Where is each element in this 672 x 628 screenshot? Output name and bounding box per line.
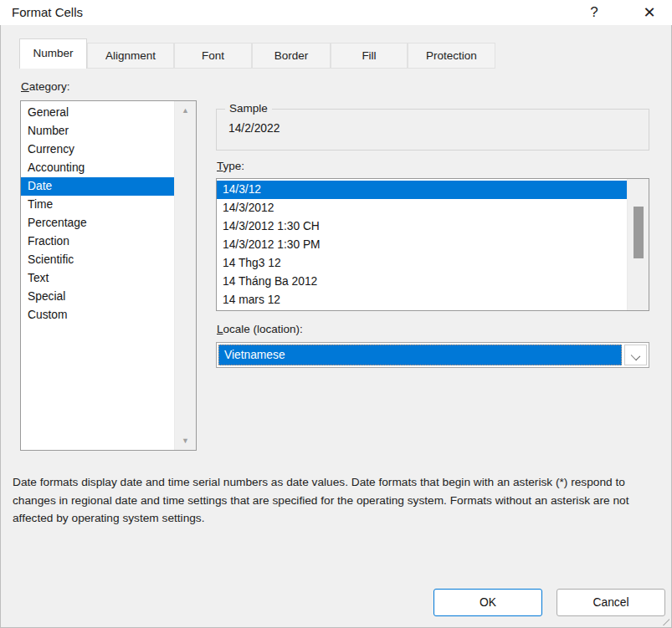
category-list-item[interactable]: Special [21,288,174,306]
ok-button[interactable]: OK [433,589,542,616]
locale-dropdown-button[interactable] [624,345,647,365]
type-list-item[interactable]: 14 Tháng Ba 2012 [217,273,627,291]
cancel-button[interactable]: Cancel [557,589,665,616]
category-list-item[interactable]: Percentage [21,214,174,232]
category-listbox[interactable]: GeneralNumberCurrencyAccountingDateTimeP… [20,100,197,451]
sample-value: 14/2/2022 [228,122,280,135]
dialog-title: Format Cells [12,0,83,25]
help-icon[interactable]: ? [580,0,608,25]
tab[interactable]: Alignment [87,43,174,69]
category-list-item[interactable]: Date [21,177,174,196]
scroll-down-icon[interactable]: ▼ [175,433,196,448]
category-list-item[interactable]: Number [21,122,174,140]
scroll-up-icon[interactable]: ▲ [175,103,196,118]
resize-grip[interactable] [660,616,669,625]
category-list-item[interactable]: General [21,104,174,122]
sample-groupbox: Sample 14/2/2022 [216,109,649,151]
close-icon[interactable]: ✕ [635,0,664,25]
tab-strip: NumberAlignmentFontBorderFillProtection [19,38,495,69]
category-list-item[interactable]: Scientific [21,251,174,269]
type-list-item[interactable]: 14/3/2012 [217,199,627,217]
tab[interactable]: Protection [408,43,495,69]
sample-label: Sample [225,102,272,115]
chevron-down-icon [631,351,640,360]
tab[interactable]: Font [174,43,252,69]
category-list-item[interactable]: Accounting [21,159,174,177]
category-scrollbar[interactable]: ▲ ▼ [174,101,196,450]
category-label: Category: [21,80,70,93]
type-list-item[interactable]: 14/3/2012 1:30 CH [217,217,627,236]
type-listbox[interactable]: 14/3/1214/3/201214/3/2012 1:30 CH14/3/20… [216,178,649,311]
category-description: Date formats display date and time seria… [13,473,661,528]
category-list-item[interactable]: Text [21,269,174,288]
locale-label: Locale (location): [217,323,303,335]
type-scrollbar[interactable] [627,179,649,310]
type-list-item[interactable]: 14/3/12 [217,181,627,199]
category-list-item[interactable]: Currency [21,140,174,159]
titlebar: Format Cells ? ✕ [0,0,672,25]
locale-combobox[interactable]: Vietnamese [216,342,649,368]
type-label: Type: [217,160,244,172]
type-list-item[interactable]: 14 Thg3 12 [217,254,627,273]
locale-selected-value[interactable]: Vietnamese [218,345,622,365]
category-list-item[interactable]: Fraction [21,232,174,251]
tab[interactable]: Border [252,43,331,69]
type-scrollbar-thumb[interactable] [634,207,644,258]
tab[interactable]: Number [19,38,87,69]
category-list-item[interactable]: Custom [21,306,174,324]
category-list-item[interactable]: Time [21,196,174,214]
tab[interactable]: Fill [331,43,408,69]
type-list-item[interactable]: 14/3/2012 1:30 PM [217,236,627,254]
format-cells-dialog: Format Cells ? ✕ NumberAlignmentFontBord… [0,0,672,628]
type-list-item[interactable]: 14 mars 12 [217,291,627,309]
